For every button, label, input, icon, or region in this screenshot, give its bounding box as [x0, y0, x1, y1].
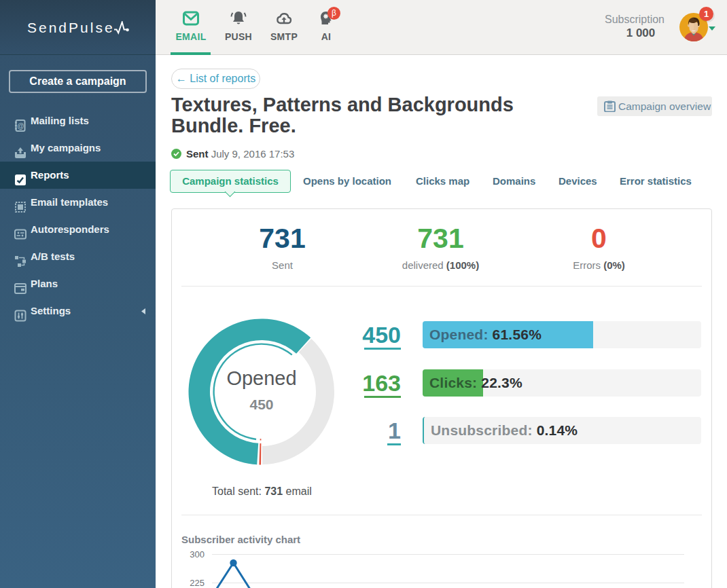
svg-text:@: @: [18, 122, 24, 130]
